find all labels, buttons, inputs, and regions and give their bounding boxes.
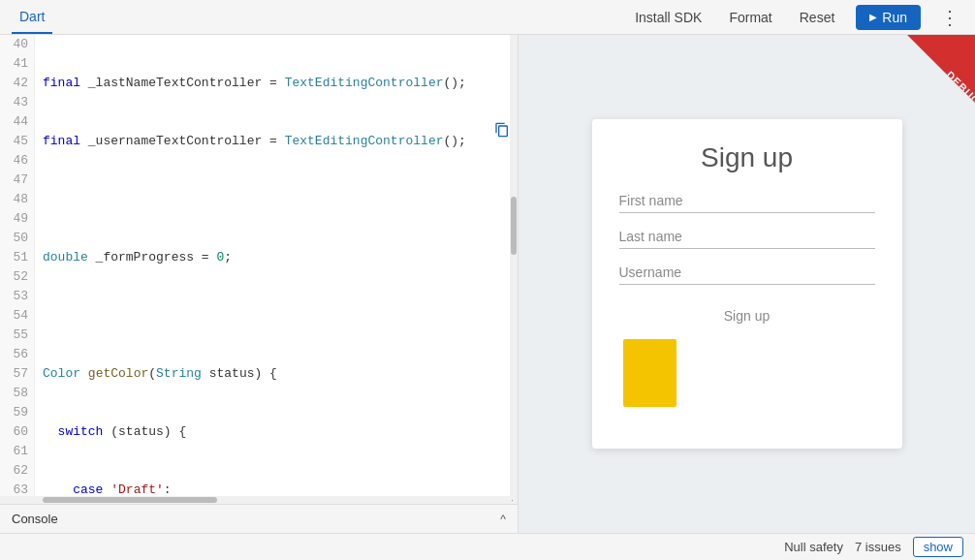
last-name-label: Last name [619,229,875,244]
code-editor: 40 41 42 43 44 45 46 47 48 49 50 51 52 5… [0,35,519,533]
signup-button[interactable]: Sign up [724,308,770,324]
last-name-underline [619,248,875,249]
console-chevron-icon[interactable]: ^ [500,513,506,526]
debug-label: DEBUG [944,69,975,108]
topbar: Dart Install SDK Format Reset ▶ Run ⋮ [0,0,975,35]
show-issues-button[interactable]: show [913,537,963,557]
line-numbers: 40 41 42 43 44 45 46 47 48 49 50 51 52 5… [0,35,35,496]
more-button[interactable]: ⋮ [936,6,963,29]
code-area[interactable]: 40 41 42 43 44 45 46 47 48 49 50 51 52 5… [0,35,518,496]
vertical-scrollbar-thumb [511,197,517,255]
vertical-scrollbar[interactable] [510,35,518,496]
last-name-field: Last name [619,229,875,249]
username-field: Username [619,264,875,285]
username-label: Username [619,264,875,280]
main-area: 40 41 42 43 44 45 46 47 48 49 50 51 52 5… [0,35,975,533]
reset-button[interactable]: Reset [794,6,841,29]
horizontal-scrollbar[interactable]: · [0,496,518,504]
play-icon: ▶ [869,12,877,22]
run-label: Run [882,10,907,25]
status-bar: Null safety 7 issues show [0,533,975,560]
debug-badge: DEBUG [907,35,975,103]
first-name-underline [619,212,875,213]
first-name-label: First name [619,193,875,208]
copy-icon[interactable] [494,122,510,142]
username-underline [619,284,875,285]
yellow-color-swatch [623,339,676,407]
code-content[interactable]: final _lastNameTextController = TextEdit… [35,35,518,496]
preview-panel: DEBUG Sign up First name Last name Usern… [519,35,975,533]
dart-tab[interactable]: Dart [12,0,52,34]
signup-card: Sign up First name Last name Username Si… [592,119,902,449]
signup-title: Sign up [701,142,793,173]
console-label: Console [12,512,58,526]
run-button[interactable]: ▶ Run [856,5,921,30]
first-name-field: First name [619,193,875,213]
console-bar: Console ^ [0,504,518,533]
null-safety-label: Null safety [784,540,843,554]
horizontal-scrollbar-thumb [43,497,217,503]
format-button[interactable]: Format [723,6,777,29]
issues-count: 7 issues [855,540,901,554]
install-sdk-button[interactable]: Install SDK [629,6,708,29]
